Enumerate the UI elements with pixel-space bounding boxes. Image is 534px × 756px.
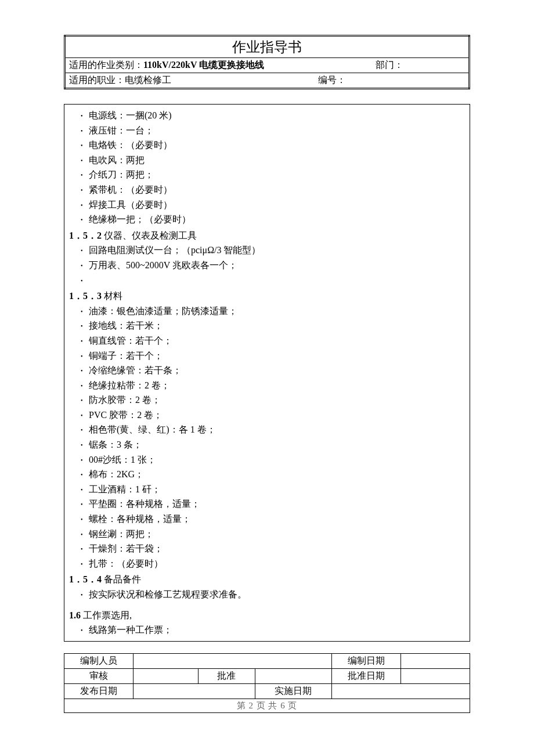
list-item: 棉布：2KG； [81, 467, 467, 482]
list-item: 电吹风：两把 [81, 153, 467, 168]
list-item: 绝缘拉粘带：2 卷； [81, 378, 467, 393]
list-item: 线路第一种工作票； [81, 622, 467, 638]
occupation-cell: 适用的职业：电缆检修工 [65, 73, 266, 89]
list-tools: 电源线：一捆(20 米) 液压钳：一台； 电烙铁：（必要时） 电吹风：两把 介纸… [67, 108, 467, 227]
author-label: 编制人员 [64, 653, 134, 668]
dept-label: 部门： [376, 60, 403, 70]
list-item: 液压钳：一台； [81, 123, 467, 138]
heading-num: 1．5．2 [69, 231, 102, 240]
heading-txt: 材料 [102, 291, 122, 301]
approve-date-label: 批准日期 [332, 668, 401, 683]
list-item: PVC 胶带：2 卷； [81, 408, 467, 423]
list-item: 铜直线管：若干个； [81, 333, 467, 348]
occupation-label: 适用的职业： [69, 75, 125, 85]
list-152: 回路电阻测试仪一台；（pciμΩ/3 智能型） 万用表、500~2000V 兆欧… [67, 243, 467, 287]
list-item: 铜端子：若干个； [81, 348, 467, 363]
scope-cell: 适用的作业类别：110kV/220kV 电缆更换接地线 [65, 58, 373, 73]
list-item: 工业酒精：1 矸； [81, 482, 467, 497]
heading-txt: 备品备件 [102, 574, 141, 584]
footer-table: 编制人员 编制日期 审核 批准 批准日期 发布日期 实施日期 第 2 页 共 6… [64, 653, 470, 713]
document-title: 作业指导书 [65, 36, 470, 58]
review-label: 审核 [64, 668, 134, 683]
list-item: 油漆：银色油漆适量；防锈漆适量； [81, 304, 467, 319]
list-item: 防水胶带：2 卷； [81, 393, 467, 408]
publish-date-value [133, 683, 255, 699]
content-box: 电源线：一捆(20 米) 液压钳：一台； 电烙铁：（必要时） 电吹风：两把 介纸… [64, 104, 470, 642]
list-item: 接地线：若干米； [81, 318, 467, 333]
list-item: 钢丝涮：两把； [81, 527, 467, 542]
approve-date-value [401, 668, 470, 683]
heading-num: 1．5．3 [69, 291, 102, 301]
scope-value: 110kV/220kV 电缆更换接地线 [143, 60, 264, 70]
list-item [81, 273, 467, 288]
heading-154: 1．5．4 备品备件 [69, 572, 467, 587]
publish-date-label: 发布日期 [64, 683, 134, 699]
list-item: 冷缩绝缘管：若干条； [81, 363, 467, 378]
list-153: 油漆：银色油漆适量；防锈漆适量； 接地线：若干米； 铜直线管：若干个； 铜端子：… [67, 304, 467, 571]
list-item: 锯条：3 条； [81, 437, 467, 452]
list-16: 线路第一种工作票； [67, 622, 467, 638]
list-item: 介纸刀：两把； [81, 167, 467, 182]
review-value [133, 668, 198, 683]
heading-num: 1.6 [69, 610, 81, 620]
list-item: 回路电阻测试仪一台；（pciμΩ/3 智能型） [81, 243, 467, 258]
list-item: 00#沙纸：1 张； [81, 452, 467, 467]
heading-153: 1．5．3 材料 [69, 289, 467, 304]
approve-value [255, 668, 332, 683]
heading-16: 1.6 工作票选用, [69, 608, 467, 623]
impl-date-label: 实施日期 [255, 683, 332, 699]
list-item: 相色带(黄、绿、红)：各 1 卷； [81, 422, 467, 437]
list-item: 按实际状况和检修工艺规程要求准备。 [81, 587, 467, 602]
dept-cell: 部门： [372, 58, 469, 73]
occupation-value: 电缆检修工 [125, 75, 171, 85]
list-154: 按实际状况和检修工艺规程要求准备。 [67, 587, 467, 602]
list-item: 万用表、500~2000V 兆欧表各一个； [81, 258, 467, 273]
scope-label: 适用的作业类别： [69, 60, 143, 70]
heading-num: 1．5．4 [69, 574, 102, 584]
heading-txt: 工作票选用, [81, 610, 132, 620]
author-date-label: 编制日期 [332, 653, 401, 668]
heading-152: 1．5．2 仪器、仪表及检测工具 [69, 228, 467, 243]
list-item: 电烙铁：（必要时） [81, 138, 467, 153]
list-item: 紧带机：（必要时） [81, 182, 467, 197]
author-date-value [401, 653, 470, 668]
page-info: 第 2 页 共 6 页 [64, 699, 470, 712]
list-item: 干燥剂：若干袋； [81, 541, 467, 556]
document-header: 作业指导书 适用的作业类别：110kV/220kV 电缆更换接地线 部门： 适用… [64, 35, 470, 89]
list-item: 焊接工具（必要时） [81, 197, 467, 213]
impl-date-value [332, 683, 470, 699]
list-item: 电源线：一捆(20 米) [81, 108, 467, 123]
list-item: 平垫圈：各种规格，适量； [81, 496, 467, 512]
list-item: 扎带：（必要时） [81, 556, 467, 571]
number-label: 编号： [318, 75, 346, 85]
number-cell: 编号： [266, 73, 469, 89]
list-item: 绝缘梯一把；（必要时） [81, 212, 467, 227]
approve-label: 批准 [198, 668, 255, 683]
author-value [133, 653, 331, 668]
heading-txt: 仪器、仪表及检测工具 [102, 231, 197, 240]
list-item: 螺栓：各种规格，适量； [81, 512, 467, 527]
